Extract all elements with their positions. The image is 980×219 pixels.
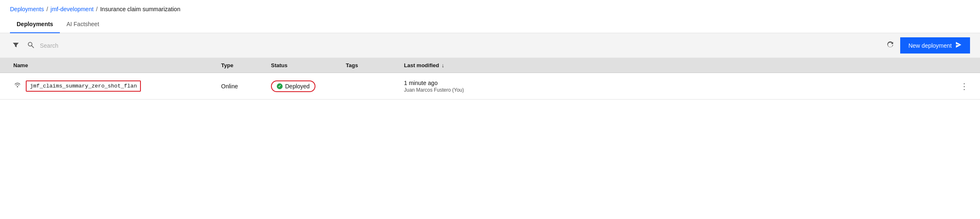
row-menu-button[interactable]: ⋮: [957, 80, 972, 93]
col-name: Name: [10, 58, 218, 73]
tab-deployments[interactable]: Deployments: [10, 17, 60, 33]
send-icon: [955, 41, 962, 49]
filter-button[interactable]: [10, 39, 22, 52]
tab-ai-factsheet[interactable]: AI Factsheet: [60, 17, 106, 33]
cell-menu: ⋮: [953, 75, 970, 97]
search-icon: [27, 41, 34, 50]
status-badge: Deployed: [271, 80, 315, 92]
search-input[interactable]: [40, 41, 131, 51]
deployment-type-icon: [13, 81, 22, 91]
table-container: Name Type Status Tags Last modified ↓: [0, 58, 980, 100]
overflow-menu-icon: ⋮: [960, 81, 968, 91]
status-dot: [277, 83, 283, 89]
last-modified-cell: 1 minute ago Juan Marcos Fustero (You): [404, 80, 464, 93]
sort-icon: ↓: [442, 62, 445, 68]
breadcrumb-sep-2: /: [96, 6, 98, 12]
col-tags: Tags: [342, 58, 401, 73]
cell-status: Deployed: [268, 76, 342, 96]
breadcrumb-deployments[interactable]: Deployments: [10, 6, 44, 12]
cell-last-modified: 1 minute ago Juan Marcos Fustero (You): [401, 75, 953, 97]
col-status: Status: [268, 58, 342, 73]
breadcrumb-project[interactable]: jmf-development: [51, 6, 94, 12]
table-header: Name Type Status Tags Last modified ↓: [0, 58, 980, 73]
search-icon-button[interactable]: [25, 39, 37, 52]
cell-tags: [342, 82, 401, 90]
last-modified-user: Juan Marcos Fustero (You): [404, 87, 464, 93]
new-deployment-label: New deployment: [909, 42, 952, 49]
svg-point-2: [17, 86, 18, 87]
refresh-button[interactable]: [884, 38, 897, 53]
svg-line-1: [32, 46, 34, 48]
deployment-name[interactable]: jmf_claims_summary_zero_shot_flan: [26, 80, 141, 92]
table-row: jmf_claims_summary_zero_shot_flan Online…: [0, 73, 980, 100]
col-last-modified[interactable]: Last modified ↓: [401, 58, 953, 73]
tabs-bar: Deployments AI Factsheet: [0, 17, 980, 33]
status-label: Deployed: [285, 83, 310, 90]
cell-type: Online: [218, 79, 268, 94]
cell-name: jmf_claims_summary_zero_shot_flan: [10, 76, 218, 96]
refresh-icon: [887, 41, 894, 50]
col-type: Type: [218, 58, 268, 73]
breadcrumb: Deployments / jmf-development / Insuranc…: [0, 0, 980, 17]
breadcrumb-sep-1: /: [47, 6, 48, 12]
col-actions: [953, 58, 970, 73]
toolbar: New deployment: [0, 33, 980, 58]
breadcrumb-current: Insurance claim summarization: [100, 6, 180, 12]
new-deployment-button[interactable]: New deployment: [900, 37, 970, 54]
name-cell: jmf_claims_summary_zero_shot_flan: [13, 80, 141, 92]
filter-icon: [12, 41, 19, 50]
last-modified-time: 1 minute ago: [404, 80, 464, 86]
